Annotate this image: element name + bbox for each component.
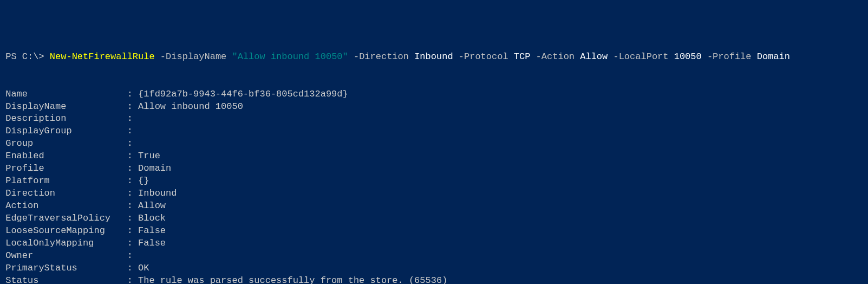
param-value: Allow <box>580 51 608 62</box>
param-value: "Allow inbound 10050" <box>232 51 348 62</box>
param: -LocalPort <box>608 51 674 62</box>
cmdlet-args: -DisplayName "Allow inbound 10050" -Dire… <box>155 51 790 62</box>
prompt-prefix: PS C:\> <box>0 51 50 62</box>
prompt-line: PS C:\> New-NetFirewallRule -DisplayName… <box>0 51 790 62</box>
param-value: 10050 <box>674 51 702 62</box>
output-block: Name : {1fd92a7b-9943-44f6-bf36-805cd132… <box>0 89 447 284</box>
param: -Profile <box>702 51 757 62</box>
param: -DisplayName <box>155 51 232 62</box>
param-value: TCP <box>514 51 531 62</box>
param: -Direction <box>348 51 414 62</box>
cmdlet-name: New-NetFirewallRule <box>50 51 155 62</box>
param: -Protocol <box>453 51 514 62</box>
param-value: Inbound <box>414 51 453 62</box>
powershell-terminal[interactable]: PS C:\> New-NetFirewallRule -DisplayName… <box>0 50 868 284</box>
param: -Action <box>530 51 580 62</box>
param-value: Domain <box>757 51 790 62</box>
